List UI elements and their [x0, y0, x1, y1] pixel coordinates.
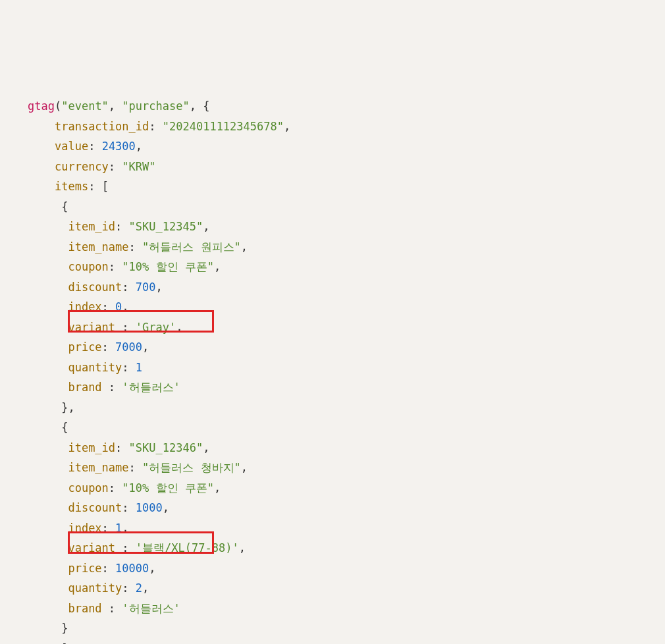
item1-val-quantity: 2 — [136, 581, 142, 595]
item1-key-discount: discount — [68, 501, 122, 514]
item0-val-coupon: "10% 할인 쿠폰" — [122, 260, 214, 273]
comma: , — [142, 340, 149, 354]
comma: , — [284, 120, 290, 133]
comma: , — [163, 501, 169, 514]
item0-val-item-id: "SKU_12345" — [129, 220, 203, 233]
comma: , — [156, 281, 163, 294]
comma: , — [122, 522, 128, 535]
comma: , — [241, 240, 248, 254]
item0-key-quantity: quantity — [68, 361, 122, 374]
colon: : — [122, 541, 128, 554]
item1-val-discount: 1000 — [136, 501, 163, 514]
colon: : — [122, 501, 128, 514]
item1-key-index: index — [68, 522, 101, 535]
comma: , — [239, 541, 246, 554]
brace-open: { — [203, 99, 209, 113]
function-name: gtag — [28, 99, 55, 113]
colon: : — [115, 441, 122, 454]
item0-key-price: price — [68, 340, 101, 354]
colon: : — [122, 361, 128, 374]
val-transaction-id: "2024011112345678" — [163, 120, 284, 133]
colon: : — [102, 562, 109, 575]
colon: : — [88, 140, 95, 153]
colon: : — [102, 300, 109, 313]
colon: : — [129, 461, 136, 474]
comma: , — [68, 401, 74, 414]
item1-val-brand: '허들러스' — [122, 602, 180, 615]
item1-val-coupon: "10% 할인 쿠폰" — [122, 481, 214, 495]
colon: : — [102, 340, 109, 354]
comma: , — [190, 99, 196, 113]
colon: : — [102, 522, 109, 535]
brace-close: } — [61, 622, 68, 635]
item0-key-discount: discount — [68, 281, 122, 294]
colon: : — [149, 120, 155, 133]
item0-val-brand: '허들러스' — [122, 381, 180, 394]
item0-val-price: 7000 — [115, 340, 142, 354]
item0-key-coupon: coupon — [68, 260, 108, 273]
colon: : — [122, 581, 128, 595]
colon: : — [109, 260, 115, 273]
item1-key-item-id: item_id — [68, 441, 115, 454]
brace-close: } — [61, 401, 68, 414]
comma: , — [203, 441, 209, 454]
space — [115, 99, 122, 113]
arg-event: "event" — [61, 99, 109, 113]
colon: : — [109, 381, 115, 394]
item0-key-brand: brand — [68, 381, 108, 394]
comma: , — [122, 300, 128, 313]
item0-val-variant: 'Gray' — [136, 321, 176, 334]
bracket-close: ] — [61, 642, 68, 645]
item0-val-discount: 700 — [136, 281, 156, 294]
colon: : — [88, 180, 95, 193]
item0-key-item-id: item_id — [68, 220, 115, 233]
item0-val-item-name: "허들러스 원피스" — [142, 240, 241, 254]
brace-open: { — [61, 200, 68, 213]
comma: , — [136, 140, 142, 153]
item0-val-index: 0 — [115, 300, 122, 313]
brace-open: { — [61, 421, 68, 434]
comma: , — [109, 99, 115, 113]
item1-val-item-id: "SKU_12346" — [129, 441, 203, 454]
comma: , — [142, 581, 149, 595]
comma: , — [214, 260, 221, 273]
colon: : — [129, 240, 136, 254]
space — [196, 99, 203, 113]
key-value: value — [55, 140, 88, 153]
key-items: items — [55, 180, 88, 193]
bracket-open: [ — [102, 180, 109, 193]
arg-purchase: "purchase" — [122, 99, 189, 113]
item1-key-coupon: coupon — [68, 481, 108, 495]
item1-val-index: 1 — [115, 522, 122, 535]
comma: , — [149, 562, 155, 575]
colon: : — [109, 481, 115, 495]
colon: : — [122, 321, 128, 334]
item1-key-variant: variant — [68, 541, 122, 554]
item1-key-item-name: item_name — [68, 461, 128, 474]
item0-key-variant: variant — [68, 321, 122, 334]
key-transaction-id: transaction_id — [55, 120, 149, 133]
val-currency: "KRW" — [122, 160, 155, 173]
item1-key-brand: brand — [68, 602, 108, 615]
item0-key-item-name: item_name — [68, 240, 128, 254]
comma: , — [176, 321, 182, 334]
item0-val-quantity: 1 — [136, 361, 142, 374]
colon: : — [109, 602, 115, 615]
colon: : — [115, 220, 122, 233]
comma: , — [241, 461, 248, 474]
item1-val-item-name: "허들러스 청바지" — [142, 461, 241, 474]
comma: , — [203, 220, 209, 233]
item0-key-index: index — [68, 300, 101, 313]
item1-val-variant: '블랙/XL(77-88)' — [136, 541, 239, 554]
val-value: 24300 — [102, 140, 136, 153]
key-currency: currency — [55, 160, 109, 173]
comma: , — [214, 481, 221, 495]
colon: : — [122, 281, 128, 294]
item1-val-price: 10000 — [115, 562, 149, 575]
colon: : — [109, 160, 115, 173]
paren-open: ( — [55, 99, 61, 113]
item1-key-quantity: quantity — [68, 581, 122, 595]
code-block: gtag("event", "purchase", { transaction_… — [28, 96, 637, 644]
item1-key-price: price — [68, 562, 101, 575]
